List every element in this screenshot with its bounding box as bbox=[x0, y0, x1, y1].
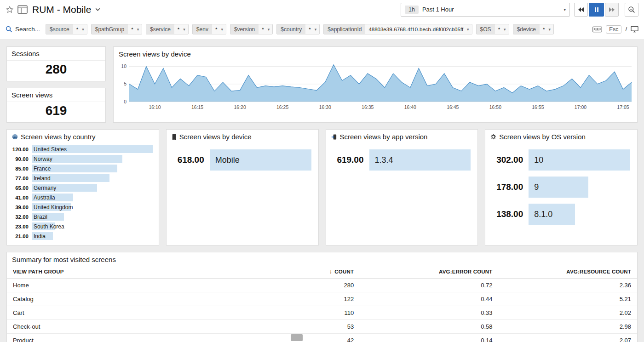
osversion-toplist: 302.0010178.009138.008.1.0 bbox=[485, 143, 637, 225]
table-row[interactable]: Catalog1220.445.21 bbox=[7, 292, 637, 306]
card-screen-views-by-country: Screen views by country 120.00United Sta… bbox=[6, 129, 159, 245]
filter-field-value: * bbox=[259, 24, 267, 34]
pause-button[interactable] bbox=[589, 3, 604, 17]
toplist-row: 21.00India bbox=[9, 232, 153, 240]
toplist-bar-track: South Korea bbox=[32, 222, 153, 230]
timeseries-svg[interactable]: 051016:1016:1516:2016:2516:3016:3516:401… bbox=[117, 60, 633, 112]
table-column-header[interactable]: AVG:RESOURCE COUNT bbox=[499, 266, 637, 279]
favorite-star-icon[interactable] bbox=[6, 6, 14, 14]
toplist-bar[interactable]: Norway bbox=[32, 155, 122, 163]
rewind-button[interactable] bbox=[574, 3, 588, 17]
card-title-text: Screen views bbox=[7, 88, 105, 102]
filter-field-name: $device bbox=[513, 24, 540, 34]
metric-cell: 2.02 bbox=[499, 306, 637, 320]
forward-button[interactable] bbox=[605, 3, 619, 17]
toplist-row: 39.00United Kingdom bbox=[9, 203, 153, 211]
toplist-bar-track: Australia bbox=[32, 194, 153, 201]
zoom-button[interactable] bbox=[625, 3, 638, 17]
table-row[interactable]: Check-out530.582.98 bbox=[7, 320, 637, 334]
toplist-bar[interactable]: Germany bbox=[32, 184, 97, 192]
table-row[interactable]: Cart1100.332.02 bbox=[7, 306, 637, 320]
toplist-value: 39.00 bbox=[9, 205, 32, 210]
toplist-label: France bbox=[32, 165, 51, 172]
filter-pill[interactable]: $env*▾ bbox=[192, 24, 226, 34]
table-column-header[interactable]: AVG:ERROR COUNT bbox=[360, 266, 498, 279]
table-column-header[interactable]: VIEW PATH GROUP bbox=[7, 266, 297, 279]
filter-field-name: $version bbox=[230, 24, 259, 34]
page-title: RUM - Mobile bbox=[32, 4, 91, 15]
table-row[interactable]: Home2800.722.36 bbox=[7, 279, 637, 292]
filter-pill[interactable]: $pathGroup*▾ bbox=[91, 24, 142, 34]
toplist-bar[interactable]: Brazil bbox=[32, 213, 64, 221]
toplist-bar[interactable]: France bbox=[32, 165, 117, 172]
filter-pill[interactable]: $applicationId48803e39-6768-4f10-becb-d6… bbox=[323, 24, 472, 34]
filter-pill[interactable]: $service*▾ bbox=[146, 24, 189, 34]
toplist-bar[interactable]: Australia bbox=[32, 194, 73, 201]
sort-desc-icon: ↓ bbox=[329, 268, 332, 275]
chevron-down-icon: ▾ bbox=[183, 24, 188, 34]
chevron-down-icon: ▾ bbox=[81, 24, 87, 34]
gear-icon bbox=[490, 134, 496, 140]
time-range-label: Past 1 Hour bbox=[422, 6, 454, 13]
toplist-bar[interactable]: 9 bbox=[529, 177, 588, 198]
toplist-bar[interactable]: South Korea bbox=[32, 222, 55, 230]
card-title-text: Screen views by app version bbox=[340, 133, 428, 141]
toplist-bar[interactable]: India bbox=[32, 232, 53, 240]
globe-icon bbox=[12, 134, 18, 140]
toplist-value: 23.00 bbox=[9, 224, 32, 229]
filter-field-name: $OS bbox=[477, 24, 495, 34]
metric-cell: 280 bbox=[297, 279, 360, 292]
view-path-cell: Home bbox=[7, 279, 297, 292]
toplist-bar-track: France bbox=[32, 165, 153, 172]
filter-pill[interactable]: $OS*▾ bbox=[476, 24, 509, 34]
card-title-text: Screen views by device bbox=[179, 133, 252, 141]
summary-table: VIEW PATH GROUP↓ COUNTAVG:ERROR COUNTAVG… bbox=[7, 266, 637, 342]
scrollbar-thumb[interactable] bbox=[291, 334, 303, 341]
slash-separator: / bbox=[625, 26, 627, 33]
toplist-bar-track: Ireland bbox=[32, 174, 153, 182]
top-bar: RUM - Mobile 1h Past 1 Hour ▾ bbox=[0, 0, 644, 19]
toplist-bar-track: United States bbox=[32, 145, 153, 153]
chevron-down-icon[interactable] bbox=[95, 6, 101, 12]
metric-cell: 5.21 bbox=[499, 292, 637, 306]
toplist-label: Germany bbox=[32, 185, 56, 191]
table-body: Home2800.722.36Catalog1220.445.21Cart110… bbox=[7, 279, 637, 342]
search-placeholder: Search... bbox=[15, 26, 40, 33]
view-path-cell: Catalog bbox=[7, 292, 297, 306]
toplist-label: United States bbox=[32, 146, 67, 153]
time-range-picker[interactable]: 1h Past 1 Hour ▾ bbox=[401, 3, 570, 17]
monitor-icon[interactable] bbox=[631, 26, 638, 33]
chevron-down-icon: ▾ bbox=[503, 24, 509, 34]
filter-pill[interactable]: $country*▾ bbox=[276, 24, 320, 34]
metric-cell: 2.98 bbox=[499, 320, 637, 334]
table-column-header[interactable]: ↓ COUNT bbox=[297, 266, 360, 279]
toplist-bar[interactable]: 1.3.4 bbox=[369, 149, 471, 171]
toplist-bar[interactable]: United States bbox=[32, 145, 153, 153]
toplist-row: 138.008.1.0 bbox=[487, 204, 630, 225]
dashboard-content: Sessions 280 Screen views 619 Screen vie… bbox=[0, 40, 644, 342]
card-title-text: Screen views by country bbox=[21, 133, 96, 141]
toplist-label: 8.1.0 bbox=[529, 210, 552, 219]
filter-pill[interactable]: $source*▾ bbox=[46, 24, 87, 34]
toplist-value: 21.00 bbox=[9, 234, 32, 239]
toplist-bar[interactable]: 8.1.0 bbox=[529, 204, 575, 225]
table-header-row: VIEW PATH GROUP↓ COUNTAVG:ERROR COUNTAVG… bbox=[7, 266, 637, 279]
filter-pill[interactable]: $version*▾ bbox=[230, 24, 273, 34]
filter-pill[interactable]: $device*▾ bbox=[513, 24, 554, 34]
device-toplist: 618.00Mobile bbox=[167, 143, 318, 171]
toplist-bar[interactable]: Ireland bbox=[32, 174, 109, 182]
svg-text:5: 5 bbox=[124, 81, 126, 86]
search-input[interactable]: Search... bbox=[6, 26, 40, 33]
toplist-bar-track: Brazil bbox=[32, 213, 153, 221]
screen-views-value: 619 bbox=[7, 102, 105, 118]
toplist-bar[interactable]: 10 bbox=[529, 149, 630, 171]
svg-text:16:30: 16:30 bbox=[319, 104, 331, 110]
toplist-bar[interactable]: Mobile bbox=[210, 149, 311, 171]
filter-field-value: * bbox=[540, 24, 548, 34]
table-row[interactable]: Product420.142.07 bbox=[7, 334, 637, 342]
toplist-value: 77.00 bbox=[9, 176, 32, 181]
filter-field-value: * bbox=[73, 24, 81, 34]
toplist-value: 32.00 bbox=[9, 214, 32, 220]
toplist-bar[interactable]: United Kingdom bbox=[32, 203, 71, 211]
metric-cell: 53 bbox=[297, 320, 360, 334]
